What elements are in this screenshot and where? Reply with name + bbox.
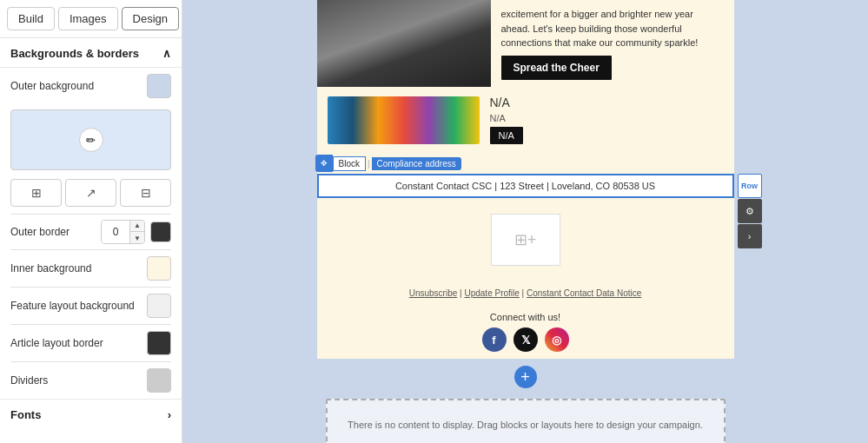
left-panel: Build Images Design Backgrounds & border…	[0, 0, 182, 443]
na-text-2: N/A	[490, 113, 523, 123]
tab-bar: Build Images Design	[0, 0, 182, 38]
compliance-address-label: Compliance address	[372, 157, 461, 170]
compliance-block-wrapper: ✥ Block | Compliance address Constant Co…	[317, 174, 734, 198]
inner-background-swatch[interactable]	[147, 256, 171, 281]
row-gear-btn[interactable]: ⚙	[738, 199, 762, 223]
add-block-area: +	[507, 359, 544, 395]
email-text-block: excitement for a bigger and brighter new…	[491, 0, 734, 87]
layout-buttons-row: ⊞ ↗ ⊟	[0, 175, 182, 214]
tab-images[interactable]: Images	[58, 7, 118, 30]
border-up-btn[interactable]: ▲	[130, 220, 144, 232]
outer-border-label: Outer border	[10, 226, 96, 238]
spread-cheer-button[interactable]: Spread the Cheer	[501, 56, 612, 80]
image-placeholder-row: ⊞+	[317, 198, 734, 281]
email-image-placeholder: ⊞+	[491, 214, 560, 266]
image-edit-area: ✏	[10, 109, 171, 170]
layout-btn-grid[interactable]: ⊞	[10, 179, 62, 207]
social-row: Connect with us! f 𝕏 ◎	[317, 305, 734, 359]
colorful-image	[328, 96, 480, 144]
dividers-row: Dividers	[0, 362, 182, 399]
outer-border-row: Outer border ▲ ▼	[0, 215, 182, 249]
article-layout-border-swatch[interactable]	[147, 331, 171, 355]
chevron-up-icon[interactable]: ∧	[162, 47, 171, 60]
outer-border-swatch[interactable]	[150, 222, 171, 242]
email-canvas: excitement for a bigger and brighter new…	[317, 0, 734, 359]
compliance-address-row[interactable]: Constant Contact CSC | 123 Street | Love…	[317, 174, 734, 198]
row-collapse-btn[interactable]: ›	[738, 224, 762, 248]
update-profile-link[interactable]: Update Profile	[464, 288, 519, 298]
row-label-btn[interactable]: Row	[738, 174, 762, 198]
outer-background-swatch[interactable]	[147, 74, 171, 98]
layout-btn-resize[interactable]: ↗	[65, 179, 116, 207]
image-icon: ⊟	[141, 186, 151, 200]
section-title: Backgrounds & borders	[10, 47, 139, 60]
na-text-1: N/A	[490, 96, 523, 109]
feature-layout-bg-swatch[interactable]	[147, 294, 171, 318]
unsubscribe-link[interactable]: Unsubscribe	[409, 288, 458, 298]
drop-zone-text: There is no content to display. Drag blo…	[348, 420, 703, 430]
dividers-label: Dividers	[10, 374, 140, 387]
add-block-button[interactable]: +	[514, 366, 537, 388]
fonts-label: Fonts	[10, 408, 41, 421]
twitter-icon[interactable]: 𝕏	[514, 327, 538, 352]
grid-icon: ⊞	[31, 186, 42, 200]
email-top-section: excitement for a bigger and brighter new…	[317, 0, 734, 87]
inner-background-label: Inner background	[10, 262, 140, 274]
compliance-address-text: Constant Contact CSC | 123 Street | Love…	[395, 181, 655, 191]
image-add-icon: ⊞+	[514, 230, 537, 249]
inner-background-row: Inner background	[0, 250, 182, 287]
article-layout-border-label: Article layout border	[10, 337, 140, 349]
na-block: N/A N/A N/A	[490, 96, 523, 144]
data-notice-link[interactable]: Constant Contact Data Notice	[527, 288, 641, 298]
email-footer-links: Unsubscribe | Update Profile | Constant …	[317, 281, 734, 305]
block-label-bar: ✥ Block | Compliance address	[315, 155, 461, 172]
fonts-chevron-icon: ›	[168, 408, 171, 421]
edit-icon-button[interactable]: ✏	[79, 128, 103, 152]
outer-border-input-wrap: ▲ ▼	[101, 220, 145, 244]
fonts-section-header[interactable]: Fonts ›	[0, 399, 182, 430]
feature-layout-bg-row: Feature layout background	[0, 288, 182, 324]
canvas-area: excitement for a bigger and brighter new…	[182, 0, 868, 443]
email-colorful-row: N/A N/A N/A	[317, 87, 734, 153]
block-label: Block	[333, 156, 366, 171]
tab-design[interactable]: Design	[122, 7, 179, 30]
email-left-image	[317, 0, 491, 87]
dividers-swatch[interactable]	[147, 368, 171, 393]
article-layout-border-row: Article layout border	[0, 325, 182, 361]
row-controls: Row ⚙ ›	[738, 174, 762, 248]
outer-background-label: Outer background	[10, 80, 140, 92]
compliance-address-row-wrap: Constant Contact CSC | 123 Street | Love…	[317, 174, 734, 198]
facebook-icon[interactable]: f	[482, 327, 507, 352]
tab-build[interactable]: Build	[7, 7, 55, 30]
border-down-btn[interactable]: ▼	[130, 232, 144, 244]
border-spinner: ▲ ▼	[129, 220, 144, 244]
section-backgrounds-borders: Backgrounds & borders ∧	[0, 38, 182, 68]
drop-zone: There is no content to display. Drag blo…	[326, 399, 726, 443]
outer-border-input[interactable]	[102, 221, 129, 243]
feature-layout-bg-label: Feature layout background	[10, 300, 140, 312]
email-body-text: excitement for a bigger and brighter new…	[501, 9, 699, 48]
social-icons: f 𝕏 ◎	[324, 327, 727, 352]
layout-btn-image[interactable]: ⊟	[120, 179, 171, 207]
social-title: Connect with us!	[324, 312, 727, 322]
left-image-placeholder	[317, 0, 491, 87]
resize-icon: ↗	[86, 186, 96, 200]
block-move-icon[interactable]: ✥	[315, 155, 333, 172]
na-button[interactable]: N/A	[490, 127, 523, 144]
outer-background-row: Outer background	[0, 68, 182, 104]
pencil-icon: ✏	[86, 134, 96, 147]
instagram-icon[interactable]: ◎	[545, 327, 569, 352]
